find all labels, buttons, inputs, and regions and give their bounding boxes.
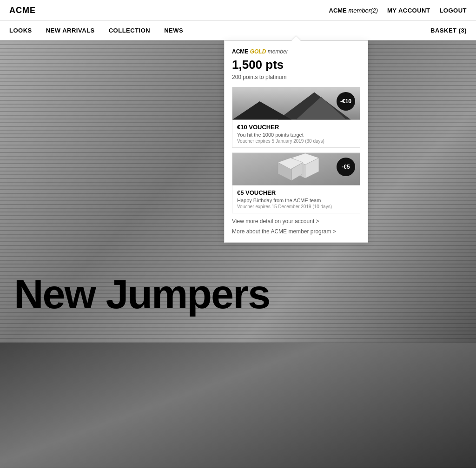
hero-title: New Jumpers (14, 274, 270, 315)
points-value: 1,500 pts (232, 58, 360, 72)
voucher-card-1[interactable]: -€10 €10 VOUCHER You hit the 1000 points… (232, 87, 360, 148)
dropdown-brand: ACME (232, 48, 248, 55)
dropdown-tier: GOLD (250, 48, 266, 55)
member-badge-label: ACME GOLD member (232, 48, 360, 55)
hero-section-2 (0, 343, 476, 468)
member-dropdown: ACME GOLD member 1,500 pts 200 points to… (224, 40, 368, 243)
voucher-info-2: €5 VOUCHER Happy Birthday from the ACME … (232, 185, 360, 213)
basket-link[interactable]: BASKET (3) (430, 27, 467, 34)
voucher-title-2: €5 VOUCHER (237, 189, 355, 196)
voucher-info-1: €10 VOUCHER You hit the 1000 points targ… (232, 120, 360, 147)
voucher-title-1: €10 VOUCHER (237, 124, 355, 131)
voucher-expiry-2: Voucher expires 15 December 2019 (10 day… (237, 204, 355, 209)
nav-news[interactable]: NEWS (164, 27, 183, 34)
voucher-image-2: -€5 (232, 153, 360, 185)
header: ACME ACME member(2) MY ACCOUNT LOGOUT (0, 0, 476, 21)
my-account-link[interactable]: MY ACCOUNT (387, 7, 430, 14)
logout-link[interactable]: LOGOUT (439, 7, 467, 14)
voucher-desc-1: You hit the 1000 points target (237, 132, 355, 138)
voucher-image-1: -€10 (232, 87, 360, 120)
voucher-badge-1: -€10 (337, 92, 355, 111)
program-info-link[interactable]: More about the ACME member program > (232, 228, 360, 235)
nav-left: LOOKS NEW ARRIVALS COLLECTION NEWS (9, 27, 183, 34)
nav-new-arrivals[interactable]: NEW ARRIVALS (46, 27, 95, 34)
voucher-expiry-1: Voucher expires 5 January 2019 (30 days) (237, 139, 355, 144)
points-to-platinum: 200 points to platinum (232, 74, 360, 80)
member-count: (2) (370, 7, 378, 14)
voucher-card-2[interactable]: -€5 €5 VOUCHER Happy Birthday from the A… (232, 152, 360, 213)
dropdown-member-label: member (268, 48, 288, 55)
member-info[interactable]: ACME member(2) (329, 7, 378, 14)
member-brand: ACME (329, 7, 347, 14)
nav-collection[interactable]: COLLECTION (109, 27, 151, 34)
voucher-badge-2: -€5 (337, 158, 355, 176)
nav: LOOKS NEW ARRIVALS COLLECTION NEWS BASKE… (0, 21, 476, 40)
voucher-desc-2: Happy Birthday from the ACME team (237, 198, 355, 203)
header-right: ACME member(2) MY ACCOUNT LOGOUT (329, 7, 467, 14)
member-type: member (348, 7, 370, 14)
nav-looks[interactable]: LOOKS (9, 27, 32, 34)
logo[interactable]: ACME (9, 6, 36, 15)
account-detail-link[interactable]: View more detail on your account > (232, 218, 360, 225)
